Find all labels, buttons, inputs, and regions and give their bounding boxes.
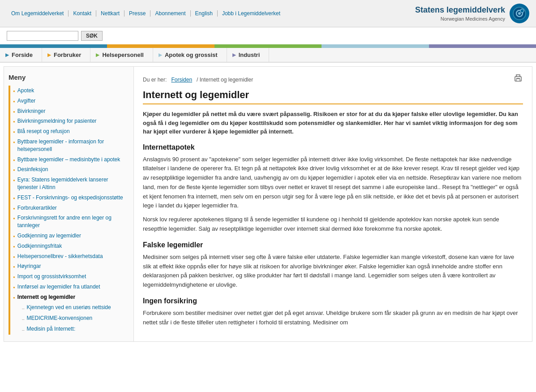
tab-helsepersonell[interactable]: ▶ Helsepersonell — [90, 48, 153, 62]
bullet-godkjenningsfritak: ● — [13, 244, 15, 249]
bullet-bla-resept: ● — [13, 129, 15, 134]
sidebar-item-bla-resept[interactable]: ● Blå resept og refusjon — [13, 126, 129, 137]
sidebar-item-medisin[interactable]: – Medisin på Internett: — [13, 324, 129, 335]
bullet-godkjenning: ● — [13, 234, 15, 239]
sidebar-item-hoyringar[interactable]: ● Høyringar — [13, 261, 129, 271]
bullet-hoyringar: ● — [13, 264, 15, 269]
breadcrumb-text: Du er her: Forsiden / Internett og legem… — [143, 77, 253, 83]
tab-arrow-forbruker: ▶ — [47, 52, 51, 57]
bullet-import: ● — [13, 275, 15, 280]
bullet-byttbare2: ● — [13, 158, 15, 163]
search-bar: SØK — [0, 27, 536, 44]
tab-label-industri: Industri — [239, 52, 260, 58]
sidebar-item-kjennetegn[interactable]: – Kjennetegn ved en useriøs nettside — [13, 302, 129, 313]
logo-area: Statens legemiddelverk Norwegian Medicin… — [415, 4, 529, 23]
sidebar-item-bivirkningsmeldning[interactable]: ● Bivirkningsmeldning for pasienter — [13, 116, 129, 126]
color-segment-4 — [322, 44, 429, 48]
nav-link-presse[interactable]: Presse — [124, 10, 150, 17]
intro-text: Kjøper du legemidler på nettet må du vær… — [143, 110, 523, 136]
nav-link-english[interactable]: English — [191, 10, 218, 17]
sidebar-item-medicrime[interactable]: – MEDICRIME-konvensjonen — [13, 313, 129, 324]
sidebar: Meny ● Apotek ● Avgifter ● Bivirkninger … — [4, 67, 134, 341]
content-wrapper: Meny ● Apotek ● Avgifter ● Bivirkninger … — [4, 66, 532, 342]
section-title-forsikring: Ingen forsikring — [143, 297, 523, 305]
svg-rect-5 — [516, 79, 520, 81]
top-nav-links: Om Legemiddelverket Kontakt Nettkart Pre… — [7, 10, 285, 17]
section-body-forsikring: Forbrukere som bestiller medisiner over … — [143, 309, 523, 327]
bullet-apotek: ● — [13, 89, 15, 94]
bullet-innforsel: ● — [13, 285, 15, 290]
nav-link-kontakt[interactable]: Kontakt — [69, 10, 96, 17]
bullet-helsepersonellbrev: ● — [13, 254, 15, 259]
top-navigation: Om Legemiddelverket Kontakt Nettkart Pre… — [0, 0, 536, 27]
tab-label-forside: Forside — [12, 52, 33, 58]
breadcrumb-home-link[interactable]: Forsiden — [171, 77, 192, 83]
tab-forside[interactable]: ▶ Forside — [0, 48, 42, 62]
search-button[interactable]: SØK — [81, 31, 103, 41]
tab-label-apotek: Apotek og grossist — [165, 52, 218, 58]
tab-arrow-industri: ▶ — [232, 52, 236, 57]
search-input[interactable] — [7, 31, 78, 41]
main-content: Du er her: Forsiden / Internett og legem… — [134, 67, 532, 341]
sidebar-list: ● Apotek ● Avgifter ● Bivirkninger ● Biv… — [9, 86, 129, 335]
color-segment-3 — [214, 44, 322, 48]
breadcrumb-current: / Internett og legemidler — [197, 77, 253, 83]
bullet-bivirkningsmeldning: ● — [13, 119, 15, 124]
nav-link-abonnement[interactable]: Abonnement — [150, 10, 190, 17]
nav-link-om[interactable]: Om Legemiddelverket — [7, 10, 69, 17]
sidebar-title: Meny — [9, 73, 129, 81]
logo-sub-text: Norwegian Medicines Agency — [415, 16, 505, 22]
sidebar-item-import[interactable]: ● Import og grossistvirksomhet — [13, 271, 129, 282]
bullet-forbrukerartikler: ● — [13, 206, 15, 211]
section-title-internettapotek: Internettapotek — [143, 143, 523, 151]
tab-label-helsepersonell: Helsepersonell — [102, 52, 144, 58]
color-bar — [0, 44, 536, 48]
print-icon[interactable] — [513, 73, 523, 86]
section-body-internettapotek: Anslagsvis 90 prosent av "apotekene" som… — [143, 155, 523, 211]
sidebar-item-helsepersonellbrev[interactable]: ● Helsepersonellbrev - sikkerhetsdata — [13, 251, 129, 262]
sidebar-item-godkjenning[interactable]: ● Godkjenning av legemidler — [13, 231, 129, 241]
sidebar-item-godkjenningsfritak[interactable]: ● Godkjenningsfritak — [13, 241, 129, 251]
bullet-kjennetegn: – — [22, 306, 25, 312]
color-segment-5 — [429, 44, 536, 48]
bullet-medisin: – — [22, 327, 25, 333]
bullet-internett: ● — [13, 295, 15, 300]
sidebar-item-internett[interactable]: ● Internett og legemidler — [13, 292, 129, 302]
sidebar-item-fest[interactable]: ● FEST - Forskrivnings- og ekspedisjonss… — [13, 193, 129, 203]
tab-label-forbruker: Forbruker — [54, 52, 81, 58]
bullet-desinfeksjon: ● — [13, 168, 15, 172]
tab-forbruker[interactable]: ▶ Forbruker — [42, 48, 90, 62]
section-body-internettapotek2: Norsk lov regulerer apotekenes tilgang t… — [143, 215, 523, 234]
sidebar-item-byttbare1[interactable]: ● Byttbare legemidler - informasjon for … — [13, 137, 129, 155]
color-segment-1 — [0, 44, 107, 48]
section-title-falske: Falske legemidler — [143, 241, 523, 249]
bullet-bivirkninger: ● — [13, 109, 15, 114]
tab-arrow-helsepersonell: ▶ — [96, 52, 99, 57]
bullet-medicrime: – — [22, 316, 25, 323]
sidebar-item-avgifter[interactable]: ● Avgifter — [13, 96, 129, 106]
nav-link-jobb[interactable]: Jobb i Legemiddelverket — [218, 10, 285, 17]
sidebar-item-apotek[interactable]: ● Apotek — [13, 86, 129, 96]
tab-industri[interactable]: ▶ Industri — [227, 48, 270, 62]
logo-main-text: Statens legemiddelverk — [415, 5, 505, 15]
sidebar-item-forbrukerartikler[interactable]: ● Forbrukerartikler — [13, 203, 129, 213]
bullet-fest: ● — [13, 196, 15, 201]
bullet-byttbare1: ● — [13, 140, 15, 145]
sidebar-item-forskrivningsrett[interactable]: ● Forskrivningsrett for andre enn leger … — [13, 213, 129, 231]
main-navigation: ▶ Forside ▶ Forbruker ▶ Helsepersonell ▶… — [0, 48, 536, 63]
sidebar-item-innforsel[interactable]: ● Innførsel av legemidler fra utlandet — [13, 282, 129, 292]
bullet-forskrivningsrett: ● — [13, 216, 15, 221]
sidebar-item-byttbare2[interactable]: ● Byttbare legemidler – medisinbytte i a… — [13, 155, 129, 165]
breadcrumb: Du er her: Forsiden / Internett og legem… — [143, 73, 523, 86]
sidebar-item-bivirkninger[interactable]: ● Bivirkninger — [13, 106, 129, 116]
tab-arrow-apotek: ▶ — [159, 52, 162, 57]
section-body-falske: Medisiner som selges på internett viser … — [143, 253, 523, 290]
color-segment-2 — [107, 44, 214, 48]
page-title: Internett og legemidler — [143, 89, 523, 104]
sidebar-item-eyra[interactable]: ● Eyra: Statens legemiddelverk lanserer … — [13, 175, 129, 193]
nav-link-nettkart[interactable]: Nettkart — [96, 10, 124, 17]
logo-text: Statens legemiddelverk Norwegian Medicin… — [415, 5, 505, 22]
sidebar-item-desinfeksjon[interactable]: ● Desinfeksjon — [13, 164, 129, 175]
tab-apotek[interactable]: ▶ Apotek og grossist — [153, 48, 227, 62]
bullet-eyra: ● — [13, 178, 15, 183]
